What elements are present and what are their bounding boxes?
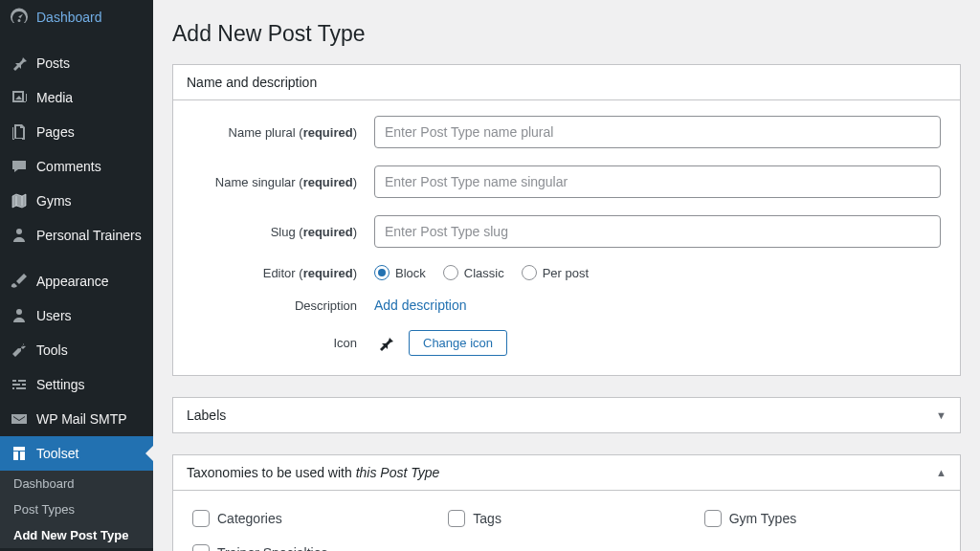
sidebar-label: Users [36, 308, 72, 323]
map-icon [10, 191, 29, 210]
media-icon [10, 88, 29, 107]
sidebar-item-comments[interactable]: Comments [0, 149, 153, 184]
panel-header-labels[interactable]: Labels ▼ [173, 398, 960, 432]
sidebar-item-gyms[interactable]: Gyms [0, 184, 153, 218]
sidebar-label: Toolset [36, 446, 78, 461]
submenu-post-types[interactable]: Post Types [0, 496, 153, 522]
checkbox-label: Trainer Specialties [217, 545, 327, 551]
panel-title: Taxonomies to be used with this Post Typ… [187, 465, 439, 480]
toolset-icon [10, 444, 29, 463]
comment-icon [10, 157, 29, 176]
checkbox-label: Categories [217, 511, 282, 526]
submenu-dashboard[interactable]: Dashboard [0, 471, 153, 496]
checkbox-tags[interactable]: Tags [448, 510, 684, 527]
label-name-plural: Name plural (required) [192, 125, 374, 140]
sidebar-label: Gyms [36, 193, 72, 209]
panel-labels: Labels ▼ [172, 397, 961, 433]
label-description: Description [192, 298, 374, 313]
sidebar-item-trainers[interactable]: Personal Trainers [0, 218, 153, 253]
panel-header-taxonomies[interactable]: Taxonomies to be used with this Post Typ… [173, 455, 960, 491]
panel-header-name-desc: Name and description [173, 65, 960, 100]
radio-icon [443, 265, 458, 280]
checkbox-icon [192, 510, 210, 527]
wrench-icon [10, 341, 29, 360]
chevron-up-icon: ▲ [936, 467, 947, 478]
sidebar-label: Posts [36, 55, 70, 71]
checkbox-trainer-specialties[interactable]: Trainer Specialties [192, 544, 429, 551]
radio-editor-perpost[interactable]: Per post [522, 265, 589, 280]
checkbox-icon [192, 544, 210, 551]
checkbox-categories[interactable]: Categories [192, 510, 429, 527]
label-editor: Editor (required) [192, 266, 374, 280]
radio-editor-block[interactable]: Block [374, 265, 426, 280]
pages-icon [10, 122, 29, 142]
radio-label: Classic [464, 266, 504, 280]
user-icon [10, 226, 29, 245]
sidebar-item-appearance[interactable]: Appearance [0, 264, 153, 298]
sidebar-label: Appearance [36, 274, 109, 289]
radio-editor-classic[interactable]: Classic [443, 265, 504, 280]
add-description-link[interactable]: Add description [374, 298, 467, 313]
checkbox-label: Gym Types [729, 511, 797, 526]
mail-icon [10, 409, 29, 429]
sidebar-label: WP Mail SMTP [36, 411, 127, 427]
input-slug[interactable] [374, 215, 941, 248]
label-slug: Slug (required) [192, 225, 374, 239]
label-name-singular: Name singular (required) [192, 175, 374, 189]
checkbox-gym-types[interactable]: Gym Types [704, 510, 941, 527]
checkbox-icon [704, 510, 722, 527]
radio-label: Per post [543, 266, 589, 280]
checkbox-label: Tags [473, 511, 501, 526]
sidebar-item-posts[interactable]: Posts [0, 46, 153, 80]
pin-icon [10, 54, 29, 73]
panel-title: Name and description [187, 75, 317, 90]
sidebar-item-media[interactable]: Media [0, 80, 153, 115]
sidebar-label: Settings [36, 377, 85, 392]
input-name-singular[interactable] [374, 165, 941, 198]
panel-title: Labels [187, 408, 226, 423]
sidebar-item-dashboard[interactable]: Dashboard [0, 0, 153, 34]
sidebar-submenu: Dashboard Post Types Add New Post Type [0, 471, 153, 548]
sidebar-item-pages[interactable]: Pages [0, 115, 153, 149]
sidebar-label: Comments [36, 159, 101, 174]
sidebar-item-settings[interactable]: Settings [0, 367, 153, 402]
sidebar-item-toolset[interactable]: Toolset [0, 436, 153, 471]
change-icon-button[interactable]: Change icon [409, 330, 507, 356]
page-title: Add New Post Type [172, 21, 961, 47]
radio-label: Block [395, 266, 426, 280]
label-icon: Icon [192, 336, 374, 350]
panel-taxonomies: Taxonomies to be used with this Post Typ… [172, 454, 961, 551]
checkbox-icon [448, 510, 465, 527]
sidebar-label: Pages [36, 124, 75, 140]
sidebar-item-mail-smtp[interactable]: WP Mail SMTP [0, 402, 153, 436]
sidebar-item-tools[interactable]: Tools [0, 333, 153, 367]
sidebar-label: Dashboard [36, 10, 102, 25]
input-name-plural[interactable] [374, 116, 941, 148]
admin-sidebar: Dashboard Posts Media Pages Comments Gym… [0, 0, 153, 551]
radio-icon [374, 265, 390, 280]
pin-icon [374, 332, 397, 355]
radio-icon [522, 265, 537, 280]
sidebar-label: Media [36, 90, 73, 105]
sidebar-item-users[interactable]: Users [0, 298, 153, 333]
chevron-down-icon: ▼ [936, 409, 947, 421]
sidebar-label: Tools [36, 342, 68, 358]
panel-name-description: Name and description Name plural (requir… [172, 64, 961, 376]
brush-icon [10, 272, 29, 291]
main-content: Add New Post Type Name and description N… [153, 0, 980, 551]
gauge-icon [10, 8, 29, 27]
sidebar-label: Personal Trainers [36, 228, 142, 243]
sliders-icon [10, 375, 29, 394]
users-icon [10, 306, 29, 325]
submenu-add-new-post-type[interactable]: Add New Post Type [0, 522, 153, 548]
